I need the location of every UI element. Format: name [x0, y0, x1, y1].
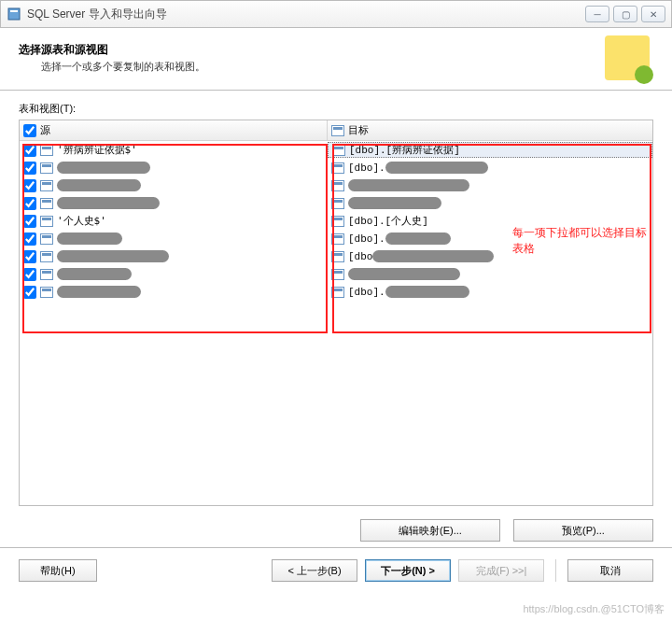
row-checkbox[interactable]: [23, 179, 36, 192]
target-name: [dbo].: [348, 287, 385, 298]
row-checkbox[interactable]: [23, 215, 36, 228]
edit-mappings-button[interactable]: 编辑映射(E)...: [360, 519, 500, 542]
redacted-text: [385, 162, 488, 174]
cancel-button[interactable]: 取消: [567, 559, 653, 582]
row-checkbox[interactable]: [23, 232, 36, 246]
redacted-text: [348, 197, 441, 209]
minimize-button[interactable]: ─: [585, 6, 609, 22]
table-row[interactable]: [dbo].: [20, 230, 652, 247]
finish-button[interactable]: 完成(F) >>|: [458, 559, 544, 582]
redacted-text: [348, 268, 460, 280]
table-icon: [331, 233, 344, 245]
redacted-text: [57, 250, 169, 262]
table-icon: [40, 251, 53, 262]
wizard-header: 选择源表和源视图 选择一个或多个要复制的表和视图。: [0, 28, 672, 91]
table-row[interactable]: [dbo].: [20, 283, 652, 301]
row-checkbox[interactable]: [23, 250, 36, 263]
row-checkbox[interactable]: [23, 162, 36, 175]
table-icon: [331, 287, 344, 298]
table-icon: [331, 269, 344, 280]
table-icon: [331, 251, 344, 262]
redacted-text: [372, 250, 494, 262]
table-row[interactable]: '辨病辨证依据$'[dbo].[辨病辨证依据]: [20, 141, 652, 159]
redacted-text: [385, 286, 469, 298]
redacted-text: [57, 286, 141, 298]
table-icon: [331, 198, 344, 209]
table-icon: [40, 145, 53, 156]
table-icon: [331, 125, 344, 136]
redacted-text: [57, 179, 141, 191]
titlebar[interactable]: SQL Server 导入和导出向导 ─ ▢ ✕: [0, 0, 672, 28]
back-button[interactable]: < 上一步(B): [272, 559, 357, 582]
redacted-text: [385, 232, 451, 245]
column-header-source[interactable]: 源: [20, 120, 328, 140]
redacted-text: [57, 268, 132, 280]
target-name: [dbo].: [348, 162, 385, 174]
redacted-text: [57, 162, 150, 174]
column-header-target[interactable]: 目标: [328, 120, 652, 140]
row-checkbox[interactable]: [23, 286, 36, 299]
redacted-text: [348, 179, 469, 191]
tables-views-label: 表和视图(T):: [19, 102, 653, 116]
row-checkbox[interactable]: [23, 144, 36, 157]
select-all-checkbox[interactable]: [23, 124, 36, 137]
tables-grid[interactable]: 源 目标 '辨病辨证依据$'[dbo].[辨病辨证依据][dbo].'个人史$'…: [19, 120, 653, 506]
preview-button[interactable]: 预览(P)...: [513, 519, 653, 542]
window-title: SQL Server 导入和导出向导: [27, 7, 585, 22]
svg-rect-0: [8, 8, 20, 20]
wizard-footer: 帮助(H) < 上一步(B) 下一步(N) > 完成(F) >>| 取消: [0, 547, 672, 593]
page-subtitle: 选择一个或多个要复制的表和视图。: [19, 60, 605, 74]
separator: [555, 559, 556, 582]
source-name: '个人史$': [57, 214, 106, 228]
row-checkbox[interactable]: [23, 197, 36, 210]
table-icon: [331, 216, 344, 227]
maximize-button[interactable]: ▢: [613, 6, 637, 22]
table-icon: [40, 233, 53, 245]
help-button[interactable]: 帮助(H): [19, 559, 97, 582]
page-title: 选择源表和源视图: [19, 42, 605, 58]
table-row[interactable]: [dbo].: [20, 159, 652, 176]
svg-rect-1: [10, 10, 18, 12]
table-icon: [40, 269, 53, 280]
table-icon: [331, 162, 344, 174]
target-name: [dbo].: [348, 233, 385, 245]
table-row[interactable]: [20, 194, 652, 212]
table-icon: [40, 216, 53, 227]
table-icon: [40, 162, 53, 174]
target-name: [dbo].[辨病辨证依据]: [349, 143, 460, 157]
close-button[interactable]: ✕: [641, 6, 665, 22]
watermark: https://blog.csdn.@51CTO博客: [523, 602, 665, 616]
table-icon: [40, 287, 53, 298]
table-icon: [40, 198, 53, 209]
source-name: '辨病辨证依据$': [57, 143, 137, 157]
table-icon: [40, 180, 53, 191]
table-row[interactable]: [20, 176, 652, 194]
table-row[interactable]: [dbo: [20, 247, 652, 265]
table-icon: [331, 180, 344, 191]
redacted-text: [57, 197, 160, 209]
redacted-text: [57, 232, 122, 245]
next-button[interactable]: 下一步(N) >: [365, 559, 451, 582]
table-row[interactable]: '个人史$'[dbo].[个人史]: [20, 212, 652, 230]
target-name: [dbo].[个人史]: [348, 214, 428, 228]
app-icon: [7, 7, 21, 21]
table-icon: [332, 145, 345, 156]
target-name: [dbo: [348, 251, 372, 262]
row-checkbox[interactable]: [23, 268, 36, 281]
wizard-icon: [605, 35, 650, 80]
table-row[interactable]: [20, 265, 652, 283]
